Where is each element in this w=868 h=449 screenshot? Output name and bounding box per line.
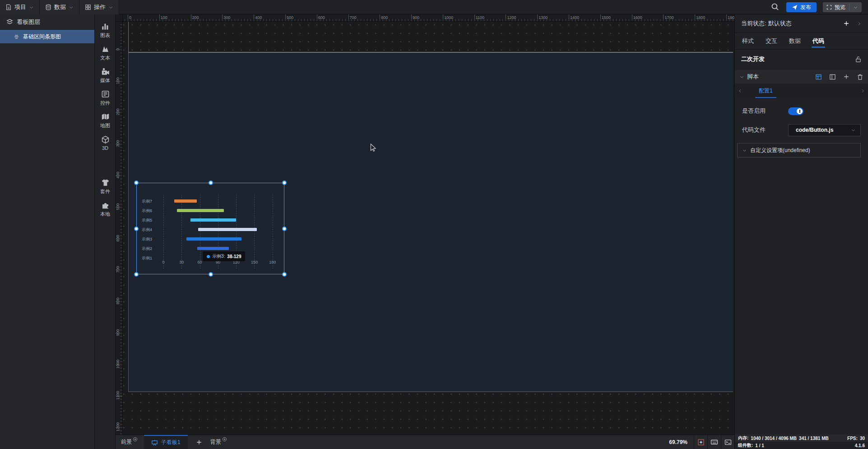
- fullscreen-icon: [826, 5, 832, 10]
- add-config-button[interactable]: [843, 74, 849, 80]
- menu-item[interactable]: 数据: [40, 0, 79, 14]
- fps-value: 30: [860, 436, 865, 441]
- terminal-icon: [724, 439, 732, 446]
- table-view-icon[interactable]: [815, 74, 822, 80]
- custom-settings-collapsible[interactable]: 自定义设置项(undefined): [737, 143, 861, 157]
- keyboard-icon: [710, 438, 718, 446]
- h-ruler-label: 500: [287, 15, 293, 20]
- menu-item[interactable]: 项目: [0, 0, 40, 14]
- v-ruler-label: 500: [116, 201, 120, 212]
- panel-tabs: 样式 交互 数据 代码: [735, 33, 868, 50]
- chart-component-selected[interactable]: 0306090120150180示例7示例6示例5示例4示例3示例2示例1 示例…: [136, 183, 284, 274]
- scroll-left-button[interactable]: [738, 88, 743, 93]
- config-tab-1[interactable]: 配置1: [755, 83, 776, 98]
- chart-category-label: 示例5: [137, 218, 152, 223]
- media-icon: [101, 67, 110, 76]
- enable-toggle[interactable]: [788, 107, 803, 115]
- selection-handle-se[interactable]: [282, 272, 287, 277]
- x-axis-tick-label: 150: [247, 260, 261, 264]
- widget-icon: [101, 90, 110, 98]
- ruler-corner: [116, 14, 123, 22]
- layer-item[interactable]: 基础区间条形图: [0, 30, 94, 43]
- shortcuts-button[interactable]: [707, 435, 721, 449]
- v-ruler-label: 200: [116, 106, 120, 117]
- preview-button[interactable]: 预览: [823, 2, 862, 12]
- v-ruler-label: 0: [116, 44, 120, 55]
- circle-plus-icon[interactable]: [133, 437, 138, 442]
- chevron-down-icon: [853, 5, 858, 10]
- search-icon[interactable]: [771, 3, 780, 12]
- panel-tab[interactable]: 交互: [766, 33, 777, 50]
- secondary-dev-row: 二次开发: [735, 50, 868, 69]
- chart-category-label: 示例3: [137, 236, 152, 242]
- toolbar-item[interactable]: 媒体: [95, 64, 116, 87]
- main-menus: 项目 数据 操作: [0, 0, 119, 14]
- code-file-select[interactable]: code/Button.js: [788, 124, 861, 136]
- toolbar-item[interactable]: 本地: [95, 198, 116, 220]
- selection-handle-e[interactable]: [282, 227, 287, 231]
- selection-handle-s[interactable]: [209, 272, 213, 277]
- expand-states-button[interactable]: [857, 21, 862, 26]
- zoom-level: 69.79%: [669, 439, 687, 445]
- chart-tooltip: 示例3: 38-129: [203, 251, 245, 261]
- publish-button[interactable]: 发布: [786, 2, 817, 12]
- kit-icon: [101, 178, 110, 187]
- fit-screen-button[interactable]: [694, 435, 707, 449]
- circle-plus-icon[interactable]: [222, 437, 227, 442]
- toolbar-item[interactable]: 地图: [95, 109, 116, 132]
- toolbar-item[interactable]: 文本: [95, 42, 116, 64]
- selection-handle-ne[interactable]: [282, 181, 287, 185]
- x-axis-tick-label: 30: [175, 260, 188, 264]
- selection-handle-w[interactable]: [134, 227, 139, 231]
- selection-handle-nw[interactable]: [134, 181, 139, 185]
- layers-panel: 看板图层 基础区间条形图: [0, 14, 95, 449]
- delete-config-button[interactable]: [857, 74, 863, 80]
- easel-icon: [151, 439, 158, 446]
- chart-gridline: [273, 194, 273, 269]
- chart-gridline: [181, 194, 182, 269]
- h-ruler-label: 1800: [696, 15, 705, 20]
- selection-handle-sw[interactable]: [134, 272, 139, 277]
- lock-icon[interactable]: [855, 56, 862, 63]
- h-ruler-label: 1700: [664, 15, 673, 20]
- panel-tab[interactable]: 样式: [742, 33, 754, 50]
- component-toolbar: 图表 文本 媒体 控件 地图 3D 套件 本地: [95, 14, 116, 449]
- v-ruler-label: 1100: [116, 390, 120, 401]
- foreground-button[interactable]: 前景: [121, 438, 138, 446]
- add-state-button[interactable]: [843, 20, 849, 27]
- selection-handle-n[interactable]: [209, 181, 213, 185]
- chart-category-label: 示例2: [137, 246, 152, 252]
- toolbar-item[interactable]: 3D: [95, 132, 116, 154]
- h-ruler-label: 1200: [507, 15, 516, 20]
- split-view-icon[interactable]: [829, 74, 836, 80]
- layers-icon: [6, 19, 13, 25]
- top-bar: 项目 数据 操作 发布 预览: [0, 0, 868, 14]
- toolbar-item[interactable]: 图表: [95, 19, 116, 42]
- panel-tab[interactable]: 数据: [789, 33, 801, 50]
- fit-screen-icon: [697, 439, 705, 446]
- toolbar-item[interactable]: 套件: [95, 175, 116, 198]
- enable-row: 是否启用: [735, 104, 868, 118]
- panel-tab[interactable]: 代码: [812, 33, 824, 50]
- chart-gridline: [200, 194, 200, 269]
- scroll-right-button[interactable]: [860, 88, 865, 93]
- h-ruler-label: 1000: [444, 15, 453, 20]
- send-icon: [792, 5, 798, 10]
- v-ruler-label: 100: [116, 75, 120, 86]
- add-board-button[interactable]: [196, 439, 202, 445]
- toolbar-item[interactable]: 控件: [95, 87, 116, 109]
- collapse-icon[interactable]: [739, 74, 744, 79]
- file-icon: [5, 4, 12, 10]
- layers-panel-header: 看板图层: [0, 14, 94, 30]
- h-ruler-label: 1100: [476, 15, 484, 20]
- chevron-down-icon: [69, 5, 74, 10]
- h-ruler-label: 1900: [728, 15, 734, 20]
- script-section-header[interactable]: 脚本: [735, 70, 868, 83]
- menu-item[interactable]: 操作: [79, 0, 119, 14]
- tab-subboard1[interactable]: 子看板1: [144, 435, 188, 449]
- canvas-workspace[interactable]: 0100200300400500600700800900100011001200…: [116, 14, 734, 435]
- chevron-down-icon: [108, 5, 113, 10]
- h-ruler-label: 1300: [538, 15, 548, 20]
- background-button[interactable]: 背景: [210, 438, 227, 446]
- console-button[interactable]: [721, 435, 734, 449]
